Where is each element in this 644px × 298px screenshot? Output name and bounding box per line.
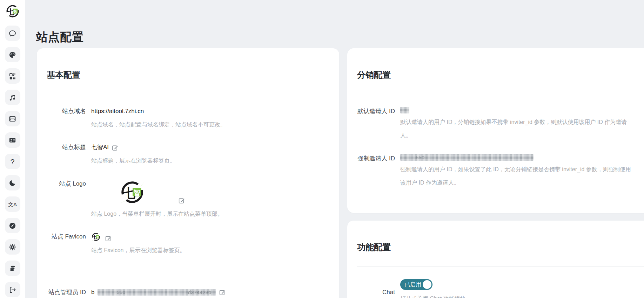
field-label: Chat [357, 287, 395, 298]
field-help: 站点 Logo，当菜单栏展开时，展示在站点菜单顶部。 [91, 207, 329, 221]
field-help: 站点域名，站点配置与域名绑定，站点域名不可更改。 [91, 118, 329, 131]
field-label: 强制邀请人 ID [357, 154, 395, 163]
dashed-divider [47, 275, 310, 275]
field-help: 站点标题，展示在浏览器标签页。 [91, 154, 329, 167]
logout-icon [8, 286, 16, 294]
sidebar-item-apps[interactable] [5, 68, 20, 84]
film-icon [8, 115, 16, 123]
field-label: 站点 Logo [47, 179, 86, 188]
admin-id-censored-value: 550 d374428b [98, 289, 216, 296]
field-help: 站点 Favicon，展示在浏览器标签页。 [91, 244, 329, 257]
sidebar-item-theme[interactable] [5, 47, 20, 62]
field-row-default-inviter: 默认邀请人 ID 默认邀请人的用户 ID，分销链接如果不携带 inviter_i… [357, 107, 644, 143]
coins-icon [8, 264, 16, 272]
edit-icon[interactable] [179, 197, 185, 204]
chat-icon [8, 29, 16, 37]
sidebar-items: ? 文A [5, 26, 20, 297]
palette-icon [8, 51, 16, 59]
basic-config-title: 基本配置 [47, 71, 329, 79]
compass-icon [8, 222, 16, 230]
sidebar-item-logout[interactable] [5, 282, 20, 297]
divider [47, 94, 329, 94]
question-icon: ? [11, 158, 15, 165]
page-title: 站点配置 [36, 29, 84, 45]
field-row-logo: 站点 Logo 站点 Logo，当菜单栏展开时，展示在站点菜单顶部。 [47, 179, 329, 221]
edit-icon[interactable] [105, 235, 112, 242]
sidebar-item-billing[interactable] [5, 261, 20, 276]
chat-toggle[interactable]: 已启用 [400, 279, 432, 290]
sidebar-item-contacts[interactable] [5, 132, 20, 148]
gear-icon [8, 243, 16, 251]
field-label: 站点 Favicon [47, 232, 86, 241]
sidebar-item-dark-mode[interactable] [5, 175, 20, 190]
sidebar-item-discover[interactable] [5, 218, 20, 233]
field-row-forced-inviter: 强制邀请人 ID 550 强制邀请人的用户 ID，如果设置了此 ID，无论分销链… [357, 154, 644, 190]
field-help: 默认邀请人的用户 ID，分销链接如果不携带 inviter_id 参数，则默认使… [400, 116, 632, 143]
default-inviter-censored-value [400, 107, 409, 113]
id-card-icon [8, 136, 16, 144]
basic-config-card: 基本配置 站点域名 https://aitool.7zhi.cn 站点域名，站点… [37, 48, 339, 298]
chat-toggle-state: 已启用 [404, 282, 421, 287]
site-favicon-image [91, 232, 101, 242]
sidebar-item-language[interactable]: 文A [5, 196, 20, 212]
forced-inviter-censored-value: 550 [400, 154, 534, 161]
qr-apps-icon [8, 72, 16, 80]
site-domain-value: https://aitool.7zhi.cn [91, 107, 329, 116]
field-label: 默认邀请人 ID [357, 107, 395, 116]
field-label: 站点域名 [47, 107, 86, 116]
sidebar-item-help[interactable]: ? [5, 154, 20, 169]
divider [357, 266, 644, 266]
translate-icon: 文A [8, 202, 17, 207]
field-label: 站点管理员 ID [47, 288, 86, 297]
distribution-config-card: 分销配置 默认邀请人 ID 默认邀请人的用户 ID，分销链接如果不携带 invi… [347, 48, 644, 213]
admin-id-visible-prefix: b [91, 288, 94, 297]
divider [357, 94, 644, 94]
music-icon [8, 93, 16, 102]
field-help: 强制邀请人的用户 ID，如果设置了此 ID，无论分销链接是否携带 inviter… [400, 163, 632, 190]
sidebar-item-music[interactable] [5, 90, 20, 105]
sidebar: ? 文A [0, 0, 25, 298]
field-row-favicon: 站点 Favicon 站点 Favicon，展示在浏览器标签页。 [47, 232, 329, 257]
edit-icon[interactable] [219, 289, 226, 296]
field-label: 站点标题 [47, 143, 86, 152]
moon-icon [8, 179, 16, 187]
field-row-site-title: 站点标题 七智AI 站点标题，展示在浏览器标签页。 [47, 143, 329, 167]
sidebar-item-chat[interactable] [5, 26, 20, 41]
features-config-title: 功能配置 [357, 243, 644, 251]
app-logo-icon[interactable] [5, 4, 20, 19]
site-logo-image [119, 179, 145, 205]
field-row-domain: 站点域名 https://aitool.7zhi.cn 站点域名，站点配置与域名… [47, 107, 329, 131]
field-help: 打开或关闭 Chat 功能模块 [400, 292, 632, 298]
sidebar-item-video[interactable] [5, 111, 20, 126]
sidebar-item-settings[interactable] [5, 239, 20, 255]
field-row-chat: Chat 已启用 打开或关闭 Chat 功能模块 [357, 279, 644, 298]
main-content: 站点配置 基本配置 站点域名 https://aitool.7zhi.cn 站点… [25, 0, 644, 298]
edit-icon[interactable] [112, 144, 119, 151]
distribution-config-title: 分销配置 [357, 71, 644, 79]
toggle-knob [423, 280, 431, 289]
features-config-card: 功能配置 Chat 已启用 打开或关闭 Chat 功能模块 [347, 221, 644, 298]
field-row-admin-id: 站点管理员 ID b 550 d374428b [47, 288, 329, 297]
site-title-value: 七智AI [91, 143, 109, 152]
